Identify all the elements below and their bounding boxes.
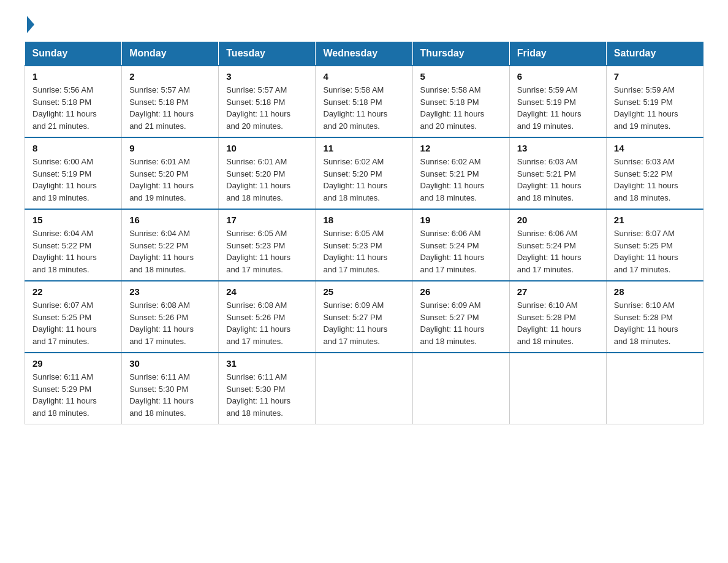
day-number: 19 — [420, 215, 502, 225]
day-number: 6 — [517, 71, 599, 82]
day-number: 22 — [32, 286, 114, 297]
day-info: Sunrise: 5:57 AMSunset: 5:18 PMDaylight:… — [226, 85, 290, 131]
calendar-cell: 22 Sunrise: 6:07 AMSunset: 5:25 PMDaylig… — [25, 281, 122, 353]
day-info: Sunrise: 6:00 AMSunset: 5:19 PMDaylight:… — [32, 157, 97, 202]
calendar-cell: 2 Sunrise: 5:57 AMSunset: 5:18 PMDayligh… — [122, 66, 219, 137]
calendar-cell — [316, 353, 412, 424]
day-info: Sunrise: 6:08 AMSunset: 5:26 PMDaylight:… — [226, 301, 290, 346]
calendar-cell: 3 Sunrise: 5:57 AMSunset: 5:18 PMDayligh… — [219, 66, 316, 137]
day-info: Sunrise: 5:58 AMSunset: 5:18 PMDaylight:… — [323, 85, 387, 131]
day-number: 28 — [614, 286, 696, 297]
calendar-week-4: 22 Sunrise: 6:07 AMSunset: 5:25 PMDaylig… — [25, 281, 703, 353]
day-number: 21 — [614, 215, 696, 225]
day-number: 2 — [129, 71, 211, 82]
day-number: 30 — [129, 358, 211, 369]
calendar-cell: 19 Sunrise: 6:06 AMSunset: 5:24 PMDaylig… — [412, 209, 509, 281]
day-info: Sunrise: 6:11 AMSunset: 5:30 PMDaylight:… — [129, 372, 194, 418]
calendar-cell: 14 Sunrise: 6:03 AMSunset: 5:22 PMDaylig… — [606, 137, 703, 209]
day-info: Sunrise: 6:09 AMSunset: 5:27 PMDaylight:… — [420, 301, 485, 346]
day-info: Sunrise: 6:07 AMSunset: 5:25 PMDaylight:… — [614, 229, 678, 274]
calendar-cell — [509, 353, 606, 424]
calendar-cell: 25 Sunrise: 6:09 AMSunset: 5:27 PMDaylig… — [316, 281, 412, 353]
day-info: Sunrise: 5:59 AMSunset: 5:19 PMDaylight:… — [517, 85, 582, 131]
calendar-cell: 16 Sunrise: 6:04 AMSunset: 5:22 PMDaylig… — [122, 209, 219, 281]
calendar-cell: 27 Sunrise: 6:10 AMSunset: 5:28 PMDaylig… — [509, 281, 606, 353]
calendar-cell: 1 Sunrise: 5:56 AMSunset: 5:18 PMDayligh… — [25, 66, 122, 137]
day-number: 1 — [32, 71, 114, 82]
day-info: Sunrise: 6:04 AMSunset: 5:22 PMDaylight:… — [32, 229, 97, 274]
day-number: 13 — [517, 143, 599, 153]
day-info: Sunrise: 6:09 AMSunset: 5:27 PMDaylight:… — [323, 301, 387, 346]
calendar-week-5: 29 Sunrise: 6:11 AMSunset: 5:29 PMDaylig… — [25, 353, 703, 424]
calendar-header-row: SundayMondayTuesdayWednesdayThursdayFrid… — [25, 42, 703, 66]
calendar-week-2: 8 Sunrise: 6:00 AMSunset: 5:19 PMDayligh… — [25, 137, 703, 209]
day-info: Sunrise: 5:58 AMSunset: 5:18 PMDaylight:… — [420, 85, 485, 131]
day-info: Sunrise: 6:05 AMSunset: 5:23 PMDaylight:… — [226, 229, 290, 274]
day-number: 11 — [323, 143, 404, 153]
calendar-cell: 4 Sunrise: 5:58 AMSunset: 5:18 PMDayligh… — [316, 66, 412, 137]
day-info: Sunrise: 6:11 AMSunset: 5:30 PMDaylight:… — [226, 372, 290, 418]
calendar-table: SundayMondayTuesdayWednesdayThursdayFrid… — [25, 42, 703, 424]
calendar-cell: 28 Sunrise: 6:10 AMSunset: 5:28 PMDaylig… — [606, 281, 703, 353]
logo — [25, 18, 34, 29]
day-info: Sunrise: 5:59 AMSunset: 5:19 PMDaylight:… — [614, 85, 678, 131]
day-number: 4 — [323, 71, 404, 82]
day-info: Sunrise: 6:01 AMSunset: 5:20 PMDaylight:… — [226, 157, 290, 202]
logo-arrow-icon — [27, 16, 34, 33]
day-number: 23 — [129, 286, 211, 297]
calendar-cell: 9 Sunrise: 6:01 AMSunset: 5:20 PMDayligh… — [122, 137, 219, 209]
day-number: 5 — [420, 71, 502, 82]
calendar-cell: 10 Sunrise: 6:01 AMSunset: 5:20 PMDaylig… — [219, 137, 316, 209]
calendar-week-3: 15 Sunrise: 6:04 AMSunset: 5:22 PMDaylig… — [25, 209, 703, 281]
calendar-week-1: 1 Sunrise: 5:56 AMSunset: 5:18 PMDayligh… — [25, 66, 703, 137]
day-info: Sunrise: 6:10 AMSunset: 5:28 PMDaylight:… — [517, 301, 582, 346]
calendar-cell: 23 Sunrise: 6:08 AMSunset: 5:26 PMDaylig… — [122, 281, 219, 353]
day-number: 15 — [32, 215, 114, 225]
day-info: Sunrise: 6:11 AMSunset: 5:29 PMDaylight:… — [32, 372, 97, 418]
day-number: 10 — [226, 143, 308, 153]
day-number: 27 — [517, 286, 599, 297]
day-info: Sunrise: 6:08 AMSunset: 5:26 PMDaylight:… — [129, 301, 194, 346]
day-number: 31 — [226, 358, 308, 369]
day-info: Sunrise: 6:01 AMSunset: 5:20 PMDaylight:… — [129, 157, 194, 202]
day-info: Sunrise: 6:07 AMSunset: 5:25 PMDaylight:… — [32, 301, 97, 346]
day-number: 25 — [323, 286, 404, 297]
calendar-cell — [606, 353, 703, 424]
calendar-cell: 18 Sunrise: 6:05 AMSunset: 5:23 PMDaylig… — [316, 209, 412, 281]
day-number: 14 — [614, 143, 696, 153]
day-number: 26 — [420, 286, 502, 297]
calendar-header-friday: Friday — [509, 42, 606, 66]
day-number: 12 — [420, 143, 502, 153]
day-number: 17 — [226, 215, 308, 225]
calendar-header-monday: Monday — [122, 42, 219, 66]
day-info: Sunrise: 6:02 AMSunset: 5:21 PMDaylight:… — [420, 157, 485, 202]
day-info: Sunrise: 5:56 AMSunset: 5:18 PMDaylight:… — [32, 85, 97, 131]
calendar-cell: 6 Sunrise: 5:59 AMSunset: 5:19 PMDayligh… — [509, 66, 606, 137]
day-info: Sunrise: 6:04 AMSunset: 5:22 PMDaylight:… — [129, 229, 194, 274]
day-info: Sunrise: 6:06 AMSunset: 5:24 PMDaylight:… — [420, 229, 485, 274]
day-info: Sunrise: 6:10 AMSunset: 5:28 PMDaylight:… — [614, 301, 678, 346]
calendar-header-sunday: Sunday — [25, 42, 122, 66]
calendar-cell: 11 Sunrise: 6:02 AMSunset: 5:20 PMDaylig… — [316, 137, 412, 209]
day-info: Sunrise: 6:03 AMSunset: 5:22 PMDaylight:… — [614, 157, 678, 202]
calendar-cell: 7 Sunrise: 5:59 AMSunset: 5:19 PMDayligh… — [606, 66, 703, 137]
calendar-cell: 5 Sunrise: 5:58 AMSunset: 5:18 PMDayligh… — [412, 66, 509, 137]
calendar-cell: 15 Sunrise: 6:04 AMSunset: 5:22 PMDaylig… — [25, 209, 122, 281]
day-number: 16 — [129, 215, 211, 225]
calendar-cell: 24 Sunrise: 6:08 AMSunset: 5:26 PMDaylig… — [219, 281, 316, 353]
calendar-cell: 30 Sunrise: 6:11 AMSunset: 5:30 PMDaylig… — [122, 353, 219, 424]
calendar-cell: 8 Sunrise: 6:00 AMSunset: 5:19 PMDayligh… — [25, 137, 122, 209]
calendar-cell — [412, 353, 509, 424]
day-number: 3 — [226, 71, 308, 82]
day-info: Sunrise: 6:02 AMSunset: 5:20 PMDaylight:… — [323, 157, 387, 202]
page-header — [25, 18, 703, 29]
day-number: 29 — [32, 358, 114, 369]
day-info: Sunrise: 5:57 AMSunset: 5:18 PMDaylight:… — [129, 85, 194, 131]
day-info: Sunrise: 6:03 AMSunset: 5:21 PMDaylight:… — [517, 157, 582, 202]
calendar-cell: 13 Sunrise: 6:03 AMSunset: 5:21 PMDaylig… — [509, 137, 606, 209]
calendar-header-thursday: Thursday — [412, 42, 509, 66]
day-info: Sunrise: 6:05 AMSunset: 5:23 PMDaylight:… — [323, 229, 387, 274]
calendar-cell: 12 Sunrise: 6:02 AMSunset: 5:21 PMDaylig… — [412, 137, 509, 209]
calendar-cell: 17 Sunrise: 6:05 AMSunset: 5:23 PMDaylig… — [219, 209, 316, 281]
calendar-cell: 31 Sunrise: 6:11 AMSunset: 5:30 PMDaylig… — [219, 353, 316, 424]
